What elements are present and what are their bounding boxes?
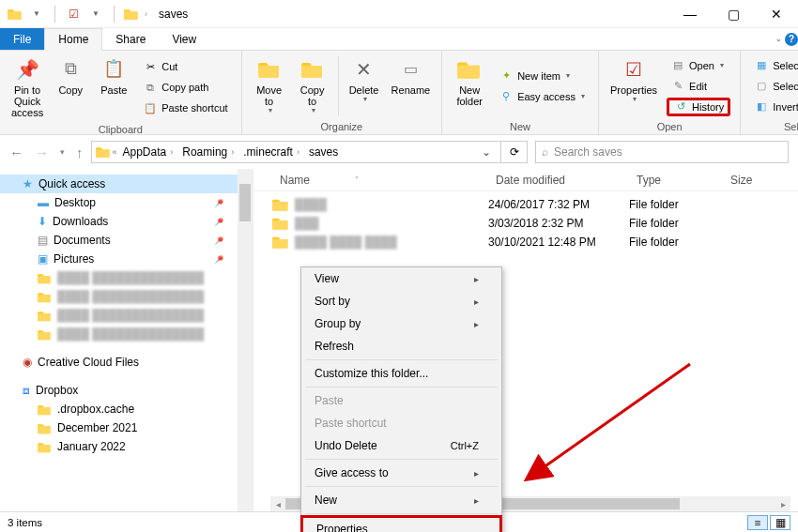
sidebar-pinned-folder[interactable]: ████ ██████████████: [0, 325, 253, 343]
new-item-button[interactable]: ✦New item▾: [495, 67, 589, 85]
file-name: ████: [295, 198, 488, 211]
downloads-icon: ⬇: [38, 215, 47, 228]
easy-access-icon: ⚲: [499, 89, 514, 104]
minimize-button[interactable]: —: [668, 0, 712, 28]
back-button[interactable]: ←: [9, 144, 23, 160]
ribbon-help[interactable]: ⌄?: [775, 28, 798, 50]
sidebar-pinned-folder[interactable]: ████ ██████████████: [0, 306, 253, 325]
paste-shortcut-icon: 📋: [143, 100, 158, 115]
pictures-icon: ▣: [38, 252, 48, 266]
ctx-give-access[interactable]: Give access to▸: [301, 462, 501, 484]
search-box[interactable]: ⌕ Search saves: [535, 141, 789, 163]
chevron-right-icon: ▸: [474, 296, 479, 307]
tab-share[interactable]: Share: [102, 28, 159, 50]
ctx-sort-by[interactable]: Sort by▸: [301, 290, 501, 312]
ctx-view[interactable]: View▸: [301, 267, 501, 290]
file-row[interactable]: ████ 24/06/2017 7:32 PM File folder: [253, 195, 798, 214]
folder-icon: [38, 403, 52, 416]
sidebar-quick-access[interactable]: ★Quick access: [0, 175, 253, 193]
new-folder-icon: [457, 59, 482, 80]
open-button[interactable]: ▤Open▾: [667, 56, 730, 75]
sidebar-scrollbar[interactable]: [238, 169, 253, 511]
details-view-button[interactable]: ≡: [747, 515, 768, 530]
copy-button[interactable]: ⧉ Copy: [49, 53, 92, 122]
tab-file[interactable]: File: [0, 28, 44, 50]
crumb-roaming[interactable]: Roaming›: [178, 145, 238, 159]
navigation-pane: ★Quick access ▬Desktop📍 ⬇Downloads📍 ▤Doc…: [0, 169, 253, 511]
copy-to-button[interactable]: Copy to▾: [291, 53, 334, 119]
dropbox-icon: ⧈: [23, 384, 30, 397]
qat-properties-icon[interactable]: ☑: [65, 6, 82, 23]
icons-view-button[interactable]: ▦: [770, 515, 790, 530]
folder-icon: [38, 328, 52, 341]
recent-locations[interactable]: ▾: [60, 147, 65, 157]
ctx-refresh[interactable]: Refresh: [301, 335, 501, 357]
sidebar-dropbox[interactable]: ⧈Dropbox: [0, 381, 253, 400]
col-size[interactable]: Size: [723, 174, 779, 187]
move-to-button[interactable]: Move to▾: [248, 53, 291, 119]
file-row[interactable]: ████ ████ ████ 30/10/2021 12:48 PM File …: [253, 233, 798, 251]
paste-button[interactable]: 📋 Paste: [92, 53, 135, 122]
easy-access-button[interactable]: ⚲Easy access▾: [495, 87, 589, 106]
sidebar-desktop[interactable]: ▬Desktop📍: [0, 193, 253, 212]
delete-button[interactable]: ✕ Delete▾: [343, 53, 386, 119]
desktop-icon: ▬: [38, 196, 49, 209]
invert-selection-button[interactable]: ◧Invert selection: [750, 98, 798, 116]
rename-button[interactable]: ▭ Rename: [386, 53, 437, 119]
history-icon: ↺: [673, 99, 688, 114]
chevron-right-icon: ▸: [474, 274, 479, 284]
paste-shortcut-button[interactable]: 📋Paste shortcut: [139, 99, 231, 117]
organize-group-label: Organize: [248, 119, 437, 134]
ctx-group-by[interactable]: Group by▸: [301, 312, 501, 335]
crumb-minecraft[interactable]: .minecraft›: [239, 145, 303, 159]
refresh-button[interactable]: ⟳: [501, 141, 528, 163]
address-bar[interactable]: « AppData› Roaming› .minecraft› saves ⌄: [91, 141, 502, 163]
history-button[interactable]: ↺History: [667, 98, 730, 116]
sidebar-dec-2021[interactable]: December 2021: [0, 418, 253, 437]
folder-icon: [38, 310, 52, 322]
col-name[interactable]: Name˄: [272, 174, 488, 187]
file-row[interactable]: ███ 3/03/2018 2:32 PM File folder: [253, 214, 798, 233]
pin-icon: 📍: [211, 195, 226, 210]
select-all-button[interactable]: ▦Select all: [750, 56, 798, 75]
sidebar-pinned-folder[interactable]: ████ ██████████████: [0, 287, 253, 306]
crumb-appdata[interactable]: AppData›: [119, 145, 177, 159]
sidebar-creative-cloud[interactable]: ◉Creative Cloud Files: [0, 353, 253, 372]
open-icon: ▤: [670, 58, 685, 73]
qat-dropdown[interactable]: ▼: [28, 6, 45, 23]
sidebar-dropbox-cache[interactable]: .dropbox.cache: [0, 400, 253, 418]
sidebar-pictures[interactable]: ▣Pictures📍: [0, 250, 253, 268]
select-none-icon: ▢: [754, 79, 769, 94]
ctx-undo-delete[interactable]: Undo DeleteCtrl+Z: [301, 434, 501, 457]
crumb-saves[interactable]: saves: [305, 145, 342, 159]
new-folder-button[interactable]: New folder: [448, 53, 491, 119]
copy-path-icon: ⧉: [143, 80, 158, 95]
edit-button[interactable]: ✎Edit: [667, 77, 730, 96]
col-date[interactable]: Date modified: [488, 174, 629, 187]
chevron-right-icon: ▸: [474, 468, 479, 479]
tab-view[interactable]: View: [159, 28, 209, 50]
ctx-properties[interactable]: Properties: [300, 515, 502, 532]
sidebar-jan-2022[interactable]: January 2022: [0, 437, 253, 456]
close-button[interactable]: ✕: [755, 0, 798, 28]
new-item-icon: ✦: [499, 68, 514, 84]
pin-to-quick-access-button[interactable]: 📌 Pin to Quick access: [6, 53, 49, 122]
up-button[interactable]: ↑: [76, 144, 84, 160]
forward-button[interactable]: →: [35, 144, 49, 160]
column-headers[interactable]: Name˄ Date modified Type Size: [253, 169, 798, 191]
ctx-customize[interactable]: Customize this folder...: [301, 362, 501, 385]
maximize-button[interactable]: ▢: [712, 0, 755, 28]
sidebar-downloads[interactable]: ⬇Downloads📍: [0, 212, 253, 231]
copy-path-button[interactable]: ⧉Copy path: [139, 78, 231, 97]
select-none-button[interactable]: ▢Select none: [750, 77, 798, 96]
ctx-new[interactable]: New▸: [301, 489, 501, 511]
properties-button[interactable]: ☑ Properties▾: [605, 53, 663, 119]
sidebar-pinned-folder[interactable]: ████ ██████████████: [0, 268, 253, 287]
cut-button[interactable]: ✂Cut: [139, 57, 231, 76]
tab-home[interactable]: Home: [44, 28, 102, 51]
qat-dropdown-2[interactable]: ▼: [87, 6, 104, 23]
context-menu: View▸ Sort by▸ Group by▸ Refresh Customi…: [300, 266, 502, 532]
address-dropdown[interactable]: ⌄: [476, 145, 497, 159]
col-type[interactable]: Type: [629, 174, 723, 187]
sidebar-documents[interactable]: ▤Documents📍: [0, 231, 253, 250]
